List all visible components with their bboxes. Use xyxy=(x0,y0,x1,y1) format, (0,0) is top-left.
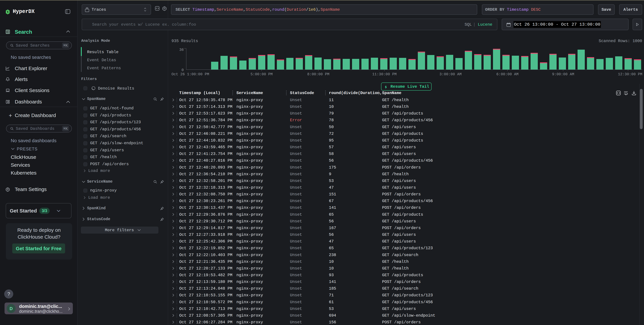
svg-text:5:00:00 PM: 5:00:00 PM xyxy=(250,72,273,76)
svg-text:6:00:00 AM: 6:00:00 AM xyxy=(496,72,518,76)
svg-text:8:00:00 PM: 8:00:00 PM xyxy=(307,72,330,76)
svg-text:0: 0 xyxy=(182,68,184,72)
svg-text:11:30:00 PM: 11:30:00 PM xyxy=(372,72,396,76)
svg-text:Oct 26 1:00:00 PM: Oct 26 1:00:00 PM xyxy=(172,72,209,76)
svg-text:9:00:00 AM: 9:00:00 AM xyxy=(552,72,574,76)
svg-text:3:00:00 AM: 3:00:00 AM xyxy=(440,72,462,76)
svg-text:12:30:00 PM: 12:30:00 PM xyxy=(618,72,642,76)
svg-text:36: 36 xyxy=(179,48,184,52)
